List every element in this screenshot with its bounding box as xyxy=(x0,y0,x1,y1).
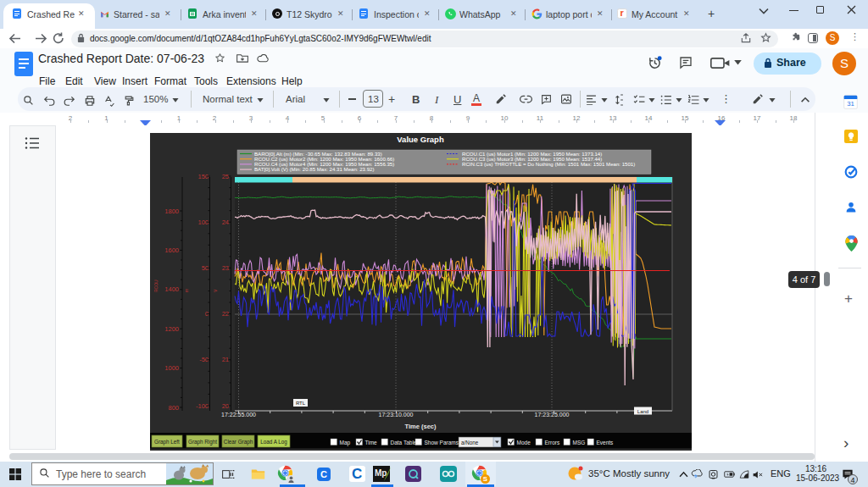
svg-text:1600: 1600 xyxy=(164,246,179,254)
svg-text:24: 24 xyxy=(222,219,229,226)
svg-text:Map: Map xyxy=(340,440,351,446)
svg-text:Graph Left: Graph Left xyxy=(154,439,180,445)
svg-text:1400: 1400 xyxy=(164,285,179,293)
svg-text:Time: Time xyxy=(365,440,378,445)
svg-text:Data Table: Data Table xyxy=(391,440,417,445)
svg-text:1800: 1800 xyxy=(164,208,179,215)
svg-text:25: 25 xyxy=(222,173,229,180)
svg-text:150: 150 xyxy=(198,173,209,180)
svg-text:Land: Land xyxy=(637,409,648,414)
svg-text:Errors: Errors xyxy=(545,440,560,445)
svg-text:Show Params: Show Params xyxy=(425,440,459,445)
svg-text:-50: -50 xyxy=(199,356,209,363)
svg-text:21: 21 xyxy=(222,356,229,363)
svg-text:RTL: RTL xyxy=(296,401,306,406)
svg-text:BAT[0].Volt (V) (Min: 20.85 M: BAT[0].Volt (V) (Min: 20.85 Max: 24.31 M… xyxy=(254,166,374,172)
svg-text:Mode: Mode xyxy=(517,440,531,445)
svg-text:17:22:55.000: 17:22:55.000 xyxy=(221,412,256,418)
svg-text:22: 22 xyxy=(222,310,229,318)
svg-text:31: 31 xyxy=(847,100,854,108)
svg-text:800: 800 xyxy=(168,404,179,412)
svg-text:Time (sec): Time (sec) xyxy=(405,423,437,430)
svg-text:1000: 1000 xyxy=(164,364,179,372)
svg-text:Value Graph: Value Graph xyxy=(397,135,444,144)
svg-text:RCIN.C3 (us) THROTTLE = Do Not: RCIN.C3 (us) THROTTLE = Do Nothing (Min:… xyxy=(462,161,635,167)
svg-text:23: 23 xyxy=(222,264,229,272)
svg-text:MSG: MSG xyxy=(573,440,586,445)
svg-text:a/None: a/None xyxy=(461,440,479,445)
svg-text:17:23:10.000: 17:23:10.000 xyxy=(379,412,414,418)
svg-text:Load A Log: Load A Log xyxy=(260,439,287,445)
svg-text:Events: Events xyxy=(597,440,615,445)
svg-text:Graph Right: Graph Right xyxy=(188,439,217,445)
svg-text:m: m xyxy=(184,289,189,292)
svg-text:RCOU: RCOU xyxy=(153,279,159,292)
svg-text:1200: 1200 xyxy=(164,325,179,333)
svg-text:17:23:25.000: 17:23:25.000 xyxy=(535,412,570,418)
svg-text:20: 20 xyxy=(222,402,229,410)
svg-text:Clear Graph: Clear Graph xyxy=(224,439,253,445)
svg-text:-100: -100 xyxy=(196,402,209,410)
svg-text:100: 100 xyxy=(198,219,209,226)
